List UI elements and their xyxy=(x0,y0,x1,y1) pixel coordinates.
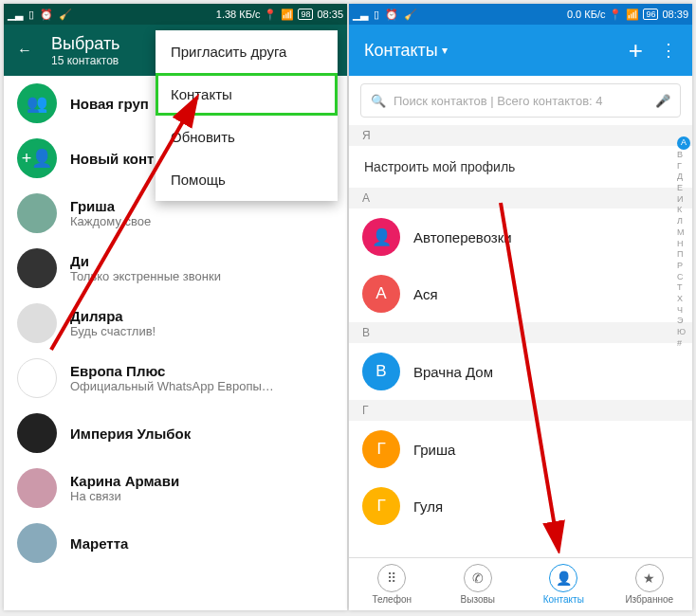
setup-profile-row[interactable]: Настроить мой профиль xyxy=(349,146,692,188)
contact-row[interactable]: Европа ПлюсОфициальный WhatsApp Европы… xyxy=(4,351,347,406)
avatar: 👤 xyxy=(362,218,400,256)
location-icon: 📍 xyxy=(264,9,277,21)
more-icon[interactable]: ⋮ xyxy=(660,40,677,61)
contact-row[interactable]: Г Гриша xyxy=(349,421,692,478)
nav-contacts[interactable]: 👤 Контакты xyxy=(521,558,607,610)
status-bar: ▁▃ ▯ ⏰ 🧹 0.0 КБ/с 📍 📶 96 08:39 xyxy=(349,4,692,25)
whatsapp-screen: ▁▃ ▯ ⏰ 🧹 1.38 КБ/с 📍 📶 98 08:35 ← Выбрат… xyxy=(4,4,347,610)
nav-calls[interactable]: ✆ Вызовы xyxy=(435,558,522,610)
alpha-letter[interactable]: Ю xyxy=(677,327,690,338)
contact-row[interactable]: ДиТолько экстренные звонки xyxy=(4,241,347,296)
row-status: Официальный WhatsApp Европы… xyxy=(70,379,274,393)
nav-label: Телефон xyxy=(373,594,412,605)
nav-phone[interactable]: ⠿ Телефон xyxy=(349,558,435,610)
alpha-letter[interactable]: К xyxy=(677,205,690,216)
alpha-letter[interactable]: Д xyxy=(677,172,690,183)
row-name: Новый конт xyxy=(70,151,154,167)
avatar xyxy=(17,193,57,233)
contact-row[interactable]: Карина АрмавиНа связи xyxy=(4,461,347,516)
group-icon: 👥 xyxy=(17,83,57,123)
search-input[interactable]: 🔍 Поиск контактов | Всего контактов: 4 🎤 xyxy=(360,83,681,118)
menu-help[interactable]: Помощь xyxy=(156,158,338,201)
search-placeholder: Поиск контактов | Всего контактов: 4 xyxy=(394,94,648,108)
dialpad-icon: ⠿ xyxy=(377,564,406,592)
row-name: Маретта xyxy=(70,535,128,552)
section-letter: В xyxy=(349,322,692,343)
avatar xyxy=(17,303,57,343)
avatar xyxy=(17,248,57,288)
contact-row[interactable]: Г Гуля xyxy=(349,478,692,534)
search-icon: 🔍 xyxy=(371,94,386,108)
sim-icon: ▯ xyxy=(28,9,34,21)
back-icon[interactable]: ← xyxy=(17,42,32,59)
row-status: Будь счастлив! xyxy=(70,324,156,338)
row-name: Карина Армави xyxy=(70,473,179,489)
alpha-letter[interactable]: Т xyxy=(677,282,690,294)
alpha-letter[interactable]: Р xyxy=(677,261,690,272)
menu-invite[interactable]: Пригласить друга xyxy=(156,30,338,73)
contact-row[interactable]: А Ася xyxy=(349,265,692,322)
clock: 08:35 xyxy=(317,9,343,20)
alpha-letter[interactable]: Г xyxy=(677,161,690,172)
alpha-letter[interactable]: И xyxy=(677,194,690,206)
add-contact-icon: +👤 xyxy=(17,138,57,178)
avatar: Г xyxy=(362,487,400,525)
row-name: Европа Плюс xyxy=(70,363,274,379)
signal-icon: ▁▃ xyxy=(353,9,368,21)
alpha-letter[interactable]: С xyxy=(677,272,690,283)
header-subtitle: 15 контактов xyxy=(51,54,120,67)
alpha-letter[interactable]: М xyxy=(677,227,690,239)
chevron-down-icon[interactable]: ▾ xyxy=(442,44,448,57)
contact-name: Автоперевозки xyxy=(413,229,512,245)
wifi-icon: 📶 xyxy=(626,9,639,21)
sim-icon: ▯ xyxy=(374,9,379,21)
alpha-letter[interactable]: Ч xyxy=(677,305,690,317)
alpha-letter[interactable]: В xyxy=(677,150,690,161)
alpha-letter[interactable]: Е xyxy=(677,183,690,194)
row-name: Гриша xyxy=(70,198,151,214)
alpha-letter[interactable]: П xyxy=(677,249,690,261)
battery-level: 96 xyxy=(643,9,658,20)
row-status: Каждому свое xyxy=(70,214,151,228)
avatar xyxy=(17,413,57,453)
row-status: Только экстренные звонки xyxy=(70,269,221,283)
alpha-letter[interactable]: Э xyxy=(677,316,690,327)
status-bar: ▁▃ ▯ ⏰ 🧹 1.38 КБ/с 📍 📶 98 08:35 xyxy=(4,4,347,25)
battery-level: 98 xyxy=(298,9,313,20)
alpha-letter[interactable]: Н xyxy=(677,239,690,250)
contacts-header: Контакты ▾ + ⋮ xyxy=(349,25,692,76)
contacts-app-screen: ▁▃ ▯ ⏰ 🧹 0.0 КБ/с 📍 📶 96 08:39 Контакты … xyxy=(349,4,692,610)
nav-favorites[interactable]: ★ Избранное xyxy=(607,558,693,610)
alpha-letter[interactable]: Х xyxy=(677,294,690,305)
mic-icon[interactable]: 🎤 xyxy=(655,94,670,108)
contact-row[interactable]: Империя Улыбок xyxy=(4,406,347,461)
location-icon: 📍 xyxy=(609,9,622,21)
alpha-letter[interactable]: Л xyxy=(677,216,690,227)
star-icon: ★ xyxy=(635,564,664,592)
header-title[interactable]: Контакты xyxy=(364,41,438,61)
section-letter: Г xyxy=(349,400,692,421)
phone-icon: ✆ xyxy=(464,564,492,592)
row-name: Империя Улыбок xyxy=(70,426,191,442)
nav-label: Контакты xyxy=(543,594,584,605)
overflow-menu: Пригласить друга Контакты Обновить Помощ… xyxy=(156,30,338,201)
contact-name: Гуля xyxy=(413,498,443,515)
alpha-letter[interactable]: # xyxy=(677,338,690,350)
row-name: Ди xyxy=(70,253,221,269)
section-letter: Я xyxy=(349,125,692,146)
contact-row[interactable]: Маретта xyxy=(4,516,347,571)
brush-icon: 🧹 xyxy=(404,9,417,21)
alpha-index[interactable]: А В Г Д Е И К Л М Н П Р С Т Х Ч Э Ю # xyxy=(677,136,690,349)
contact-row[interactable]: 👤 Автоперевозки xyxy=(349,208,692,265)
contact-row[interactable]: В Врачна Дом xyxy=(349,343,692,400)
menu-contacts[interactable]: Контакты xyxy=(156,73,338,116)
brush-icon: 🧹 xyxy=(59,9,72,21)
row-status: На связи xyxy=(70,489,179,503)
avatar: А xyxy=(362,275,400,313)
contact-row[interactable]: ДиляраБудь счастлив! xyxy=(4,296,347,351)
contact-name: Гриша xyxy=(413,442,455,458)
menu-refresh[interactable]: Обновить xyxy=(156,116,338,158)
add-contact-button[interactable]: + xyxy=(629,36,643,65)
section-letter: А xyxy=(349,188,692,208)
row-name: Диляра xyxy=(70,308,156,324)
